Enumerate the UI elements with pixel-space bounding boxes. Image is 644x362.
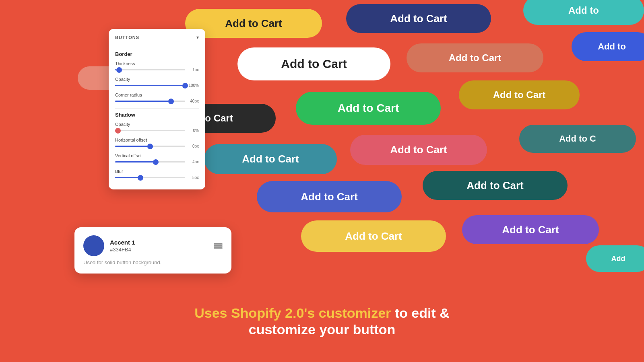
vertical-offset-fill — [115, 161, 156, 162]
bottom-line1: Uses Shopify 2.0's customizer to edit & — [0, 305, 644, 321]
color-hex: #334FB4 — [110, 247, 135, 253]
thickness-label: Thickness — [115, 61, 199, 66]
vertical-offset-thumb[interactable] — [153, 159, 159, 165]
color-name: Accent 1 — [110, 239, 135, 246]
vertical-offset-value: 4px — [188, 160, 199, 164]
shadow-opacity-value: 0% — [188, 128, 199, 133]
color-swatch — [83, 235, 104, 256]
corner-radius-thumb[interactable] — [168, 99, 174, 104]
blur-value: 5px — [188, 175, 199, 180]
opacity-value: 100% — [188, 83, 199, 88]
opacity-thumb[interactable] — [182, 83, 188, 88]
vertical-offset-track[interactable] — [115, 161, 185, 162]
corner-radius-label: Corner radius — [115, 93, 199, 97]
shadow-section-label: Shadow — [115, 112, 199, 118]
add-to-cart-salmon[interactable]: Add to Cart — [407, 43, 543, 72]
add-to-cart-blue-mid[interactable]: Add to Cart — [257, 181, 402, 212]
thickness-track[interactable] — [115, 69, 185, 70]
corner-radius-fill — [115, 101, 171, 102]
add-to-cart-teal-mid[interactable]: Add to Cart — [204, 144, 337, 174]
opacity-track[interactable] — [115, 85, 185, 86]
vertical-offset-row: Vertical offset 4px — [115, 153, 199, 164]
blur-label: Blur — [115, 169, 199, 174]
thickness-slider-row: Thickness 1px — [115, 61, 199, 72]
color-swatch-info: Accent 1 #334FB4 — [83, 235, 135, 256]
add-to-cart-dark-navy[interactable]: Add to Cart — [346, 4, 491, 33]
stack-icon[interactable] — [214, 243, 223, 249]
blur-track[interactable] — [115, 177, 185, 178]
vertical-offset-label: Vertical offset — [115, 153, 199, 158]
add-to-cart-teal-right[interactable]: Add to C — [519, 125, 636, 153]
corner-radius-slider-row: Corner radius 40px — [115, 93, 199, 103]
add-to-cart-dark-teal[interactable]: Add to Cart — [423, 171, 568, 200]
panel-arrow-icon[interactable]: ▾ — [196, 35, 199, 40]
add-to-cart-purple[interactable]: Add to Cart — [462, 215, 599, 244]
bottom-line2: customize your button — [0, 321, 644, 338]
horizontal-offset-thumb[interactable] — [147, 144, 153, 149]
opacity-slider-row: Opacity 100% — [115, 77, 199, 88]
horizontal-offset-fill — [115, 146, 150, 147]
color-card: Accent 1 #334FB4 Used for solid button b… — [74, 227, 231, 274]
opacity-label: Opacity — [115, 77, 199, 82]
panel-header: BUTTONS ▾ — [109, 29, 205, 46]
thickness-thumb[interactable] — [116, 67, 122, 73]
add-to-cart-teal-top-right[interactable]: Add to — [523, 0, 644, 25]
color-text: Accent 1 #334FB4 — [110, 239, 135, 253]
bottom-text-area: Uses Shopify 2.0's customizer to edit & … — [0, 305, 644, 338]
blur-fill — [115, 177, 140, 178]
corner-radius-value: 40px — [188, 99, 199, 103]
horizontal-offset-label: Horizontal offset — [115, 138, 199, 142]
horizontal-offset-row: Horizontal offset 0px — [115, 138, 199, 148]
add-to-cart-white[interactable]: Add to Cart — [237, 47, 390, 80]
add-to-cart-yellow-bottom[interactable]: Add to Cart — [301, 220, 446, 252]
divider — [115, 108, 199, 109]
add-to-cart-teal-bottom-right[interactable]: Add — [586, 245, 644, 272]
shadow-opacity-track[interactable] — [115, 130, 185, 131]
thickness-value: 1px — [188, 68, 199, 72]
border-section-label: Border — [115, 51, 199, 57]
shadow-opacity-thumb[interactable] — [115, 128, 121, 134]
opacity-fill — [115, 85, 185, 86]
horizontal-offset-value: 0px — [188, 144, 199, 148]
blur-thumb[interactable] — [138, 175, 143, 181]
horizontal-offset-track[interactable] — [115, 146, 185, 147]
shadow-opacity-label: Opacity — [115, 122, 199, 127]
blur-row: Blur 5px — [115, 169, 199, 180]
normal-text-1: to edit & — [395, 305, 450, 321]
highlight-text: Uses Shopify 2.0's customizer — [194, 305, 391, 321]
panel-body: Border Thickness 1px Opacity 100% — [109, 46, 205, 189]
add-to-cart-yellow-top[interactable]: Add to Cart — [185, 9, 322, 38]
add-to-cart-blue-far-right[interactable]: Add to — [572, 32, 644, 61]
color-description: Used for solid button background. — [83, 259, 223, 265]
settings-panel: BUTTONS ▾ Border Thickness 1px Opacity — [109, 29, 205, 189]
shadow-opacity-row: Opacity 0% — [115, 122, 199, 133]
corner-radius-track[interactable] — [115, 101, 185, 102]
color-card-header: Accent 1 #334FB4 — [83, 235, 223, 256]
add-to-cart-red-coral[interactable]: Add to Cart — [350, 135, 487, 165]
panel-title: BUTTONS — [115, 35, 139, 40]
add-to-cart-green[interactable]: Add to Cart — [296, 92, 441, 125]
add-to-cart-mustard[interactable]: Add to Cart — [459, 80, 580, 109]
